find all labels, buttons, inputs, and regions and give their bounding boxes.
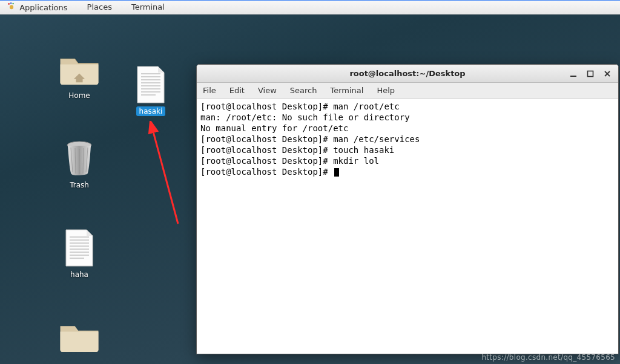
desktop-icon-home[interactable]: Home <box>52 47 107 100</box>
terminal-line: [root@localhost Desktop]# <box>200 167 333 177</box>
panel-terminal-menu[interactable]: Terminal <box>128 1 168 13</box>
folder-icon <box>57 317 102 356</box>
menu-file[interactable]: File <box>200 85 219 96</box>
terminal-line: [root@localhost Desktop]# touch hasaki <box>200 145 394 155</box>
terminal-cursor <box>334 168 339 177</box>
svg-line-26 <box>153 129 178 224</box>
annotation-arrow-icon <box>143 121 191 230</box>
svg-rect-27 <box>570 76 576 77</box>
panel-applications-menu[interactable]: Applications <box>4 1 71 13</box>
window-titlebar[interactable]: root@localhost:~/Desktop <box>197 65 618 83</box>
text-document-icon <box>64 229 95 267</box>
svg-point-2 <box>12 3 13 4</box>
terminal-line: [root@localhost Desktop]# man /etc/servi… <box>200 134 420 144</box>
trash-icon <box>62 139 96 178</box>
top-panel: Applications Places Terminal <box>0 0 620 15</box>
terminal-body[interactable]: [root@localhost Desktop]# man /root/etc … <box>197 99 618 354</box>
maximize-button[interactable] <box>582 67 599 81</box>
window-title: root@localhost:~/Desktop <box>197 69 618 78</box>
terminal-line: [root@localhost Desktop]# man /root/etc <box>200 102 400 111</box>
close-button[interactable] <box>599 67 616 81</box>
menu-edit[interactable]: Edit <box>227 85 247 96</box>
menu-terminal[interactable]: Terminal <box>328 85 366 96</box>
desktop-icon-haha[interactable]: haha <box>52 226 107 279</box>
terminal-line: man: /root/etc: No such file or director… <box>200 112 410 122</box>
desktop-icon-label: haha <box>67 270 91 279</box>
svg-rect-28 <box>588 71 593 76</box>
desktop-icon-trash[interactable]: Trash <box>52 137 107 190</box>
menu-search[interactable]: Search <box>288 85 320 96</box>
desktop-icon-label: hasaki <box>136 106 166 116</box>
svg-point-3 <box>10 5 13 9</box>
terminal-window: root@localhost:~/Desktop File Edit View … <box>196 64 619 354</box>
gnome-foot-icon <box>7 2 16 10</box>
window-menubar: File Edit View Search Terminal Help <box>197 83 618 99</box>
desktop-icon-folder[interactable] <box>52 314 107 358</box>
svg-point-1 <box>10 2 12 4</box>
menu-help[interactable]: Help <box>374 85 397 96</box>
svg-point-0 <box>8 3 10 5</box>
watermark: https://blog.csdn.net/qq_45576565 <box>481 353 615 362</box>
desktop-icon-hasaki[interactable]: hasaki <box>124 63 178 116</box>
panel-applications-label: Applications <box>19 3 67 12</box>
terminal-line: [root@localhost Desktop]# mkdir lol <box>200 156 379 166</box>
desktop-icon-label: Home <box>65 91 93 100</box>
desktop-icon-label: Trash <box>67 180 92 190</box>
terminal-line: No manual entry for /root/etc <box>200 123 348 133</box>
menu-view[interactable]: View <box>256 85 279 96</box>
folder-home-icon <box>57 50 102 88</box>
minimize-button[interactable] <box>565 67 582 81</box>
text-document-icon <box>135 65 167 104</box>
panel-places-menu[interactable]: Places <box>84 1 116 13</box>
